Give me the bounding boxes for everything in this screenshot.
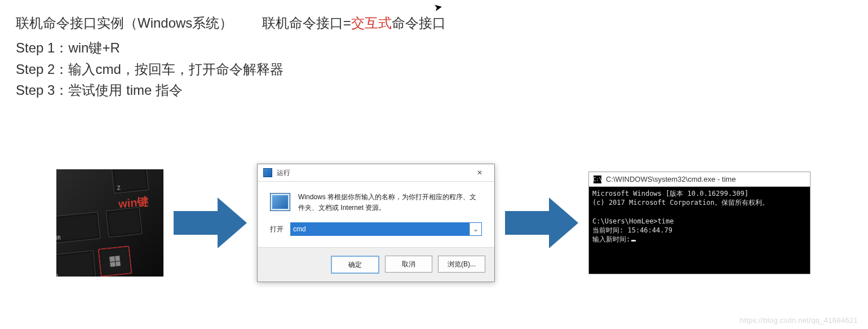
- chevron-down-icon: ⌄: [470, 223, 481, 235]
- key-shift: Shift: [56, 212, 100, 244]
- run-body-icon: [270, 193, 290, 211]
- arrow-icon: [174, 198, 247, 248]
- run-button-bar: 确定 取消 浏览(B)...: [258, 247, 494, 282]
- title-line: 联机命令接口实例（Windows系统） 联机命令接口=交互式命令接口: [16, 12, 446, 34]
- run-body: Windows 将根据你所输入的名称，为你打开相应的程序、文件夹、文档或 Int…: [258, 182, 494, 220]
- title-part1: 联机命令接口实例（Windows系统）: [16, 15, 233, 30]
- browse-button[interactable]: 浏览(B)...: [438, 256, 485, 273]
- run-open-row: 打开 cmd ⌄: [258, 220, 494, 247]
- cancel-button[interactable]: 取消: [385, 256, 432, 273]
- ok-button-label: 确定: [348, 260, 362, 270]
- header-block: 联机命令接口实例（Windows系统） 联机命令接口=交互式命令接口 Step …: [16, 12, 446, 100]
- text-cursor-icon: [631, 240, 636, 242]
- run-dialog: 运行 ✕ Windows 将根据你所输入的名称，为你打开相应的程序、文件夹、文档…: [257, 164, 495, 282]
- cmd-current-time-label: 当前时间:: [592, 226, 623, 234]
- step-1: Step 1：win键+R: [16, 37, 446, 58]
- key-blank: [106, 207, 143, 238]
- step-2: Step 2：输入cmd，按回车，打开命令解释器: [16, 59, 446, 80]
- illustration-row: Z win键 Shift Ctrl 运行 ✕: [56, 164, 811, 282]
- cmd-current-time-value: 15:46:44.79: [627, 226, 672, 234]
- steps-block: Step 1：win键+R Step 2：输入cmd，按回车，打开命令解释器 S…: [16, 37, 446, 100]
- close-button[interactable]: ✕: [470, 168, 490, 178]
- close-icon: ✕: [477, 169, 482, 177]
- keyboard-image: Z win键 Shift Ctrl: [56, 169, 163, 277]
- windows-logo-icon: [109, 256, 121, 267]
- key-z: Z: [112, 169, 149, 194]
- key-ctrl: Ctrl: [56, 251, 96, 277]
- cmd-new-time-label: 输入新时间:: [592, 235, 630, 243]
- run-title-icon: [263, 168, 272, 177]
- open-label: 打开: [270, 225, 284, 234]
- ok-button[interactable]: 确定: [331, 256, 379, 274]
- watermark: https://blog.csdn.net/qq_41684621: [740, 316, 858, 324]
- cancel-button-label: 取消: [402, 260, 415, 269]
- cmd-window: C:\ C:\WINDOWS\system32\cmd.exe - time M…: [588, 172, 811, 274]
- open-combobox[interactable]: cmd ⌄: [290, 222, 482, 236]
- cmd-body[interactable]: Microsoft Windows [版本 10.0.16299.309] (c…: [589, 187, 810, 274]
- run-title: 运行: [277, 168, 290, 178]
- cmd-titlebar: C:\ C:\WINDOWS\system32\cmd.exe - time: [589, 172, 810, 187]
- page-root: ➤ 联机命令接口实例（Windows系统） 联机命令接口=交互式命令接口 Ste…: [0, 0, 868, 329]
- cmd-title: C:\WINDOWS\system32\cmd.exe - time: [606, 175, 736, 183]
- run-description: Windows 将根据你所输入的名称，为你打开相应的程序、文件夹、文档或 Int…: [298, 192, 482, 213]
- key-win: [98, 245, 132, 277]
- cmd-line2: (c) 2017 Microsoft Corporation。保留所有权利。: [592, 199, 769, 207]
- arrow-icon: [505, 198, 578, 248]
- browse-button-label: 浏览(B)...: [448, 260, 476, 269]
- title-part2a: 联机命令接口=: [262, 15, 351, 30]
- cmd-line1: Microsoft Windows [版本 10.0.16299.309]: [592, 190, 749, 198]
- cmd-prompt: C:\Users\HomLee>time: [592, 217, 674, 225]
- title-red: 交互式: [351, 15, 392, 30]
- run-titlebar: 运行 ✕: [258, 164, 494, 182]
- cmd-title-icon: C:\: [594, 176, 601, 183]
- title-part2b: 命令接口: [392, 15, 446, 30]
- step-3: Step 3：尝试使用 time 指令: [16, 80, 446, 100]
- open-input-value: cmd: [291, 223, 470, 235]
